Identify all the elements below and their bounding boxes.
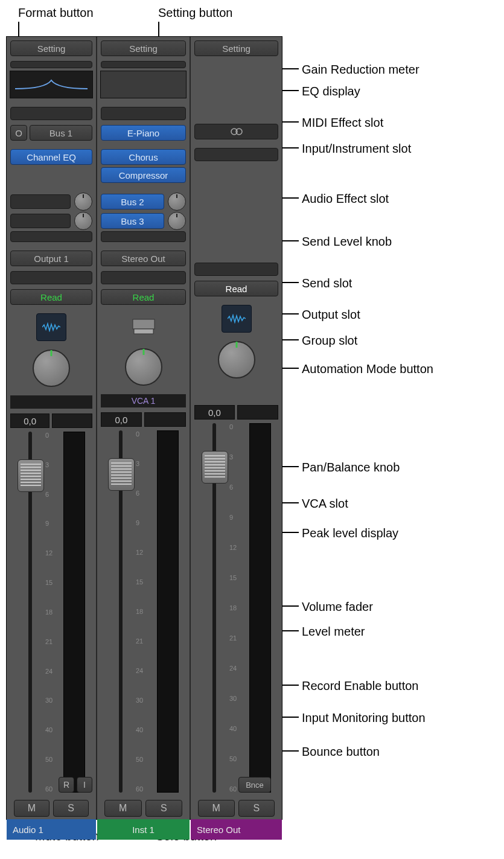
midi-effect-slot[interactable] [101,107,186,120]
vca-slot[interactable]: VCA 1 [101,394,186,407]
channel-strip-0: Setting OBus 1 Channel EQ Output 1 Read … [7,37,97,819]
label-automation: Automation Mode button [302,362,433,376]
instrument-slot[interactable] [194,124,278,139]
send-slot[interactable] [10,214,71,228]
send-slot[interactable] [10,231,92,242]
track-icon[interactable] [129,313,158,340]
instrument-slot[interactable]: E-Piano [101,125,186,141]
label-send-slot: Send slot [302,276,352,290]
label-bounce: Bounce button [302,745,380,759]
svg-rect-21 [133,319,155,329]
audio-effect-slot[interactable]: Channel EQ [10,149,92,165]
stereo-rings-icon [230,128,243,135]
label-gain-reduction: Gain Reduction meter [302,63,419,77]
eq-display[interactable] [10,71,93,98]
setting-button[interactable]: Setting [194,40,278,56]
peak-display-blank [52,414,92,428]
input-slot[interactable]: Bus 1 [30,125,92,141]
mute-button[interactable]: M [104,800,142,817]
balance-knob[interactable] [218,341,255,378]
peak-display: 0,0 [101,412,142,427]
volume-fader[interactable] [202,451,228,484]
output-slot[interactable]: Stereo Out [101,251,186,266]
fader-area: 0369121518212430405060 RI MS [10,432,92,819]
track-name[interactable]: Inst 1 [97,819,190,840]
automation-button[interactable]: Read [10,289,92,305]
fader-area: 0369121518212430405060 MS [101,430,186,819]
send-level-knob[interactable] [168,193,186,211]
volume-fader[interactable] [18,459,44,492]
label-peak: Peak level display [302,526,398,540]
eq-display[interactable] [100,71,187,98]
gain-reduction-meter [10,61,92,68]
label-setting: Setting button [158,6,232,20]
send-level-knob[interactable] [74,193,92,211]
fader-scale: 0369121518212430405060 [136,430,143,793]
solo-button[interactable]: S [238,800,275,817]
label-midi-effect: MIDI Effect slot [302,116,383,130]
solo-button[interactable]: S [145,800,183,817]
solo-button[interactable]: S [53,800,89,817]
svg-rect-22 [134,329,153,334]
track-name[interactable]: Audio 1 [7,819,96,840]
level-meter [157,430,179,793]
piano-icon [130,317,157,336]
label-input-mon: Input Monitoring button [302,711,426,725]
pan-knob[interactable] [33,350,70,387]
level-meter [63,432,85,793]
level-meter [249,423,271,793]
mute-button[interactable]: M [198,800,235,817]
label-fader: Volume fader [302,600,373,614]
midi-effect-slot[interactable] [10,107,92,120]
label-record-enable: Record Enable button [302,679,418,693]
format-button[interactable]: O [10,125,27,141]
fader-scale: 0369121518212430405060 [45,432,53,793]
send-slot[interactable]: Bus 3 [101,213,164,229]
peak-display-blank [237,405,278,420]
label-group-slot: Group slot [302,334,357,348]
setting-button[interactable]: Setting [10,40,92,56]
audio-effect-slot[interactable]: Chorus [101,149,186,165]
channel-strip-2: Setting Read 0,0 0369121518212430405060 … [191,37,282,819]
mute-button[interactable]: M [14,800,49,817]
peak-display: 0,0 [194,405,235,420]
track-icon[interactable] [36,313,66,341]
audio-effect-slot[interactable] [194,148,278,161]
gain-reduction-meter [101,61,186,68]
audio-effect-slot[interactable]: Compressor [101,167,186,183]
label-send-knob: Send Level knob [302,235,392,249]
fader-area: 0369121518212430405060 Bnce MS [194,423,278,819]
label-eq-display: EQ display [302,85,360,98]
peak-display: 0,0 [10,414,49,428]
record-enable-button[interactable]: R [59,777,74,793]
automation-button[interactable]: Read [101,289,186,305]
mixer: Setting OBus 1 Channel EQ Output 1 Read … [6,36,282,820]
track-name[interactable]: Stereo Out [191,819,282,840]
send-slot[interactable] [101,231,186,242]
pan-knob[interactable] [125,348,162,386]
vca-slot[interactable] [194,387,278,400]
setting-button[interactable]: Setting [101,40,186,56]
label-meter: Level meter [302,625,365,639]
send-level-knob[interactable] [74,212,92,230]
send-level-knob[interactable] [168,212,186,230]
input-monitor-button[interactable]: I [77,777,92,793]
vca-slot[interactable] [10,395,92,409]
group-slot[interactable] [10,271,92,284]
label-format: Format button [18,6,94,20]
send-slot[interactable] [10,194,71,209]
send-slot[interactable]: Bus 2 [101,194,164,209]
bounce-button[interactable]: Bnce [238,777,271,793]
volume-fader[interactable] [108,458,135,491]
label-vca: VCA slot [302,497,348,511]
waveform-icon [228,314,246,324]
label-pan: Pan/Balance knob [302,461,400,474]
track-icon[interactable] [222,305,252,333]
peak-display-blank [144,412,186,427]
automation-button[interactable]: Read [194,281,278,296]
group-slot[interactable] [194,263,278,276]
label-output-slot: Output slot [302,308,360,322]
group-slot[interactable] [101,271,186,284]
output-slot[interactable]: Output 1 [10,251,92,266]
label-audio-effect: Audio Effect slot [302,192,389,206]
